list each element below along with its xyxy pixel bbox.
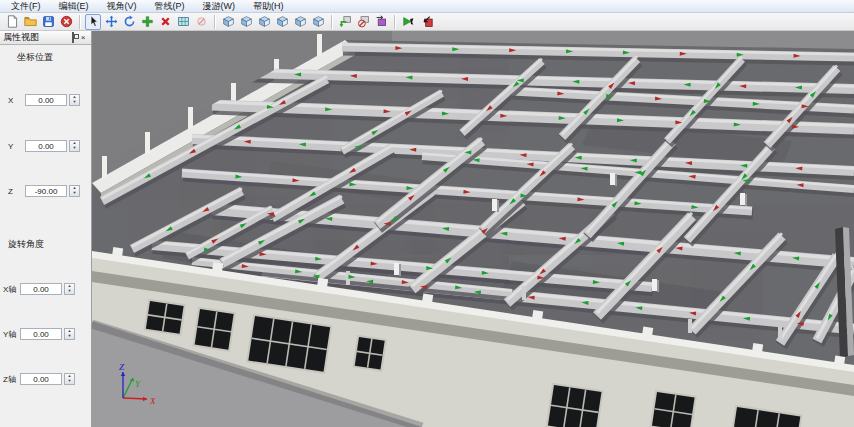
view-cube-3-icon xyxy=(258,15,271,28)
rotation-y-stepper[interactable]: ▲▼ xyxy=(64,328,75,340)
menu-roam[interactable]: 漫游(W) xyxy=(194,0,245,12)
view-cube-2-icon xyxy=(240,15,253,28)
rotation-z-input[interactable] xyxy=(20,373,62,385)
toolbar xyxy=(0,13,854,31)
rotation-x-input[interactable] xyxy=(20,283,62,295)
panel-title: 属性视图 xyxy=(3,31,68,44)
position-y-stepper[interactable]: ▲▼ xyxy=(69,140,80,152)
rotation-x-row: X轴 ▲▼ xyxy=(3,282,75,296)
rotation-y-label: Y轴 xyxy=(3,329,20,340)
properties-panel-body: 坐标位置 X ▲▼ Y ▲▼ Z ▲▼ 旋转角度 xyxy=(0,45,91,427)
position-x-label: X xyxy=(3,96,25,105)
scene-3d: X Y Z xyxy=(92,31,854,427)
rotation-x-label: X轴 xyxy=(3,284,20,295)
view-cube-6-icon xyxy=(312,15,325,28)
view-cube-4-button[interactable] xyxy=(274,14,290,30)
pipe-edit-icon xyxy=(375,15,388,28)
open-file-button[interactable] xyxy=(22,14,38,30)
menu-edit[interactable]: 编辑(E) xyxy=(50,0,98,12)
view-cube-6-button[interactable] xyxy=(310,14,326,30)
save-button[interactable] xyxy=(40,14,56,30)
float-window-icon[interactable] xyxy=(68,33,78,43)
position-y-row: Y ▲▼ xyxy=(3,139,80,153)
view-cube-3-button[interactable] xyxy=(256,14,272,30)
pipe-delete-icon xyxy=(357,15,370,28)
roam-exit-icon xyxy=(420,15,433,28)
toolbar-separator xyxy=(394,15,395,29)
delete-icon xyxy=(159,15,172,28)
menu-file[interactable]: 文件(F) xyxy=(2,0,50,12)
roam-start-icon xyxy=(402,15,415,28)
new-file-icon xyxy=(6,15,19,28)
snapshot-icon xyxy=(177,15,190,28)
rotation-x-stepper[interactable]: ▲▼ xyxy=(64,283,75,295)
move-tool-button[interactable] xyxy=(103,14,119,30)
select-tool-button[interactable] xyxy=(85,14,101,30)
position-y-input[interactable] xyxy=(25,140,67,152)
rotation-z-label: Z轴 xyxy=(3,374,20,385)
properties-panel: 属性视图 × 坐标位置 X ▲▼ Y ▲▼ Z xyxy=(0,31,92,427)
rotate-icon xyxy=(123,15,136,28)
rotation-group-label: 旋转角度 xyxy=(8,238,44,251)
position-z-row: Z ▲▼ xyxy=(3,184,80,198)
toolbar-separator xyxy=(214,15,215,29)
position-z-label: Z xyxy=(3,187,25,196)
viewport-3d[interactable]: X Y Z xyxy=(92,31,854,427)
pipe-edit-button[interactable] xyxy=(373,14,389,30)
save-icon xyxy=(42,15,55,28)
position-x-row: X ▲▼ xyxy=(3,93,80,107)
properties-panel-titlebar[interactable]: 属性视图 × xyxy=(0,31,91,45)
toolbar-separator xyxy=(79,15,80,29)
position-z-stepper[interactable]: ▲▼ xyxy=(69,185,80,197)
position-y-label: Y xyxy=(3,142,25,151)
menu-pipe[interactable]: 管线(P) xyxy=(146,0,194,12)
axis-x-label: X xyxy=(149,396,156,406)
delete-button[interactable] xyxy=(157,14,173,30)
no-entry-button[interactable] xyxy=(193,14,209,30)
view-cube-4-icon xyxy=(276,15,289,28)
pipe-import-button[interactable] xyxy=(337,14,353,30)
snapshot-button[interactable] xyxy=(175,14,191,30)
menu-help[interactable]: 帮助(H) xyxy=(244,0,293,12)
toolbar-separator xyxy=(331,15,332,29)
roam-exit-button[interactable] xyxy=(418,14,434,30)
view-cube-5-button[interactable] xyxy=(292,14,308,30)
view-cube-1-button[interactable] xyxy=(220,14,236,30)
application-window: 文件(F) 编辑(E) 视角(V) 管线(P) 漫游(W) 帮助(H) xyxy=(0,0,854,427)
position-x-input[interactable] xyxy=(25,94,67,106)
close-icon[interactable]: × xyxy=(78,33,88,43)
rotation-z-row: Z轴 ▲▼ xyxy=(3,372,75,386)
add-button[interactable] xyxy=(139,14,155,30)
roam-start-button[interactable] xyxy=(400,14,416,30)
no-entry-icon xyxy=(195,15,208,28)
position-x-stepper[interactable]: ▲▼ xyxy=(69,94,80,106)
add-icon xyxy=(141,15,154,28)
stop-icon xyxy=(60,15,73,28)
pipe-import-icon xyxy=(339,15,352,28)
select-cursor-icon xyxy=(87,15,100,28)
menu-view[interactable]: 视角(V) xyxy=(98,0,146,12)
position-z-input[interactable] xyxy=(25,185,67,197)
menu-bar: 文件(F) 编辑(E) 视角(V) 管线(P) 漫游(W) 帮助(H) xyxy=(0,0,854,13)
position-group-label: 坐标位置 xyxy=(17,51,53,64)
rotation-y-input[interactable] xyxy=(20,328,62,340)
rotate-tool-button[interactable] xyxy=(121,14,137,30)
open-file-icon xyxy=(24,15,37,28)
pipe-delete-button[interactable] xyxy=(355,14,371,30)
rotation-z-stepper[interactable]: ▲▼ xyxy=(64,373,75,385)
view-cube-1-icon xyxy=(222,15,235,28)
move-icon xyxy=(105,15,118,28)
stop-button[interactable] xyxy=(58,14,74,30)
view-cube-5-icon xyxy=(294,15,307,28)
view-cube-2-button[interactable] xyxy=(238,14,254,30)
new-file-button[interactable] xyxy=(4,14,20,30)
rotation-y-row: Y轴 ▲▼ xyxy=(3,327,75,341)
